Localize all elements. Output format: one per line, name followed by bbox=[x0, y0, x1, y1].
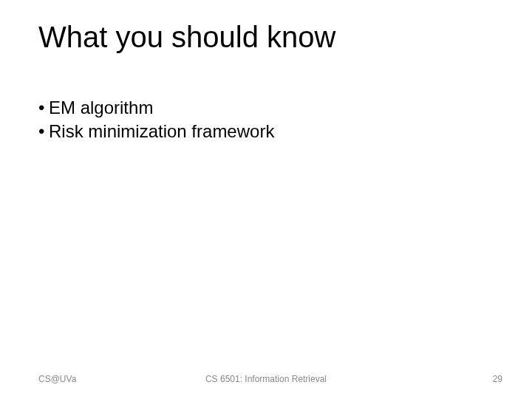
bullet-dot-icon: • bbox=[38, 120, 49, 143]
slide-footer: CS@UVa CS 6501: Information Retrieval 29 bbox=[0, 369, 532, 384]
slide: What you should know • EM algorithm • Ri… bbox=[0, 0, 532, 399]
bullet-text: EM algorithm bbox=[49, 96, 153, 120]
bullet-item: • Risk minimization framework bbox=[38, 120, 274, 143]
slide-body: • EM algorithm • Risk minimization frame… bbox=[38, 96, 274, 144]
bullet-dot-icon: • bbox=[38, 96, 49, 120]
slide-title: What you should know bbox=[38, 21, 335, 54]
bullet-item: • EM algorithm bbox=[38, 96, 274, 120]
footer-center: CS 6501: Information Retrieval bbox=[0, 374, 532, 384]
bullet-text: Risk minimization framework bbox=[49, 120, 274, 143]
footer-page-number: 29 bbox=[493, 374, 502, 384]
